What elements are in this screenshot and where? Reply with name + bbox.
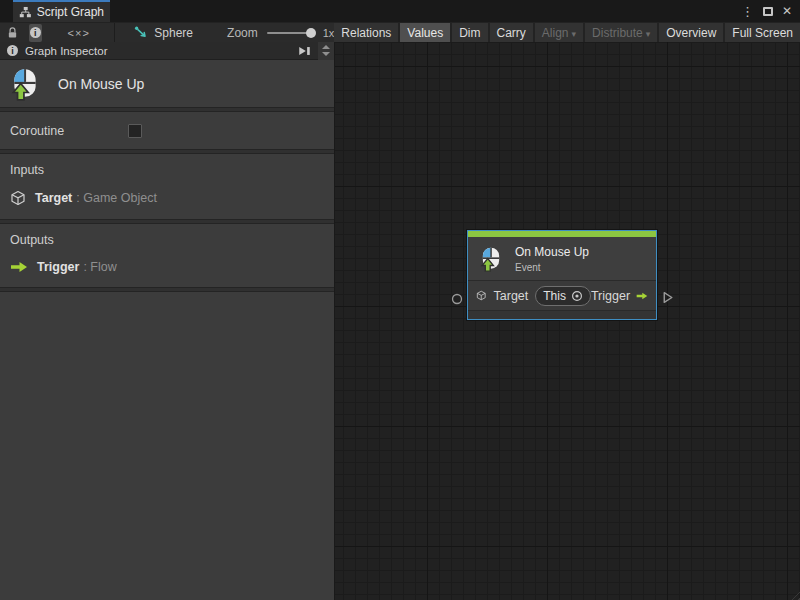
coroutine-row: Coroutine bbox=[0, 112, 334, 149]
info-icon: i bbox=[30, 27, 41, 38]
spinner-up-icon[interactable] bbox=[322, 45, 330, 49]
inspector-toggle-button[interactable]: i bbox=[29, 24, 42, 42]
view-buttons-group: Relations Values Dim Carry Align▾ Distri… bbox=[334, 23, 800, 43]
zoom-slider[interactable] bbox=[267, 32, 312, 34]
outputs-header: Outputs bbox=[10, 233, 334, 247]
node-header[interactable]: On Mouse Up Event bbox=[468, 237, 656, 281]
target-value-chip[interactable]: This bbox=[535, 286, 591, 306]
chevron-down-icon: ▾ bbox=[572, 29, 577, 39]
distribute-dropdown[interactable]: Distribute▾ bbox=[585, 23, 657, 43]
unit-title-block: On Mouse Up bbox=[0, 60, 334, 107]
zoom-slider-knob[interactable] bbox=[306, 28, 316, 38]
target-value-text: This bbox=[543, 289, 566, 303]
tab-script-graph[interactable]: Script Graph bbox=[13, 0, 110, 22]
graph-pointer-icon bbox=[134, 26, 148, 40]
breadcrumb-sphere[interactable]: Sphere bbox=[154, 26, 193, 40]
panel-spinner[interactable] bbox=[318, 42, 334, 60]
chevron-down-icon: ▾ bbox=[646, 29, 651, 39]
full-screen-button[interactable]: Full Screen bbox=[725, 23, 800, 43]
mouse-up-icon bbox=[478, 246, 504, 272]
graph-hierarchy-icon bbox=[19, 6, 32, 19]
inspector-empty-area bbox=[0, 292, 334, 600]
tab-bar: Script Graph ⋮ ✕ bbox=[0, 0, 800, 22]
mouse-up-icon bbox=[8, 67, 42, 101]
cube-icon bbox=[476, 288, 487, 303]
graph-inspector-header: i Graph Inspector bbox=[0, 42, 334, 60]
output-port-row: Trigger : Flow bbox=[10, 260, 334, 274]
relations-button[interactable]: Relations bbox=[334, 23, 398, 43]
info-icon: i bbox=[7, 45, 18, 56]
tab-label: Script Graph bbox=[37, 5, 104, 19]
coroutine-checkbox[interactable] bbox=[128, 124, 142, 138]
graph-inspector-title: Graph Inspector bbox=[25, 45, 291, 57]
overview-button[interactable]: Overview bbox=[659, 23, 723, 43]
align-dropdown[interactable]: Align▾ bbox=[535, 23, 583, 43]
distribute-label: Distribute bbox=[592, 26, 643, 40]
crosshair-icon bbox=[571, 290, 583, 302]
inputs-header: Inputs bbox=[10, 163, 334, 177]
node-body: Target This Trigger bbox=[468, 281, 656, 310]
spinner-down-icon[interactable] bbox=[322, 52, 330, 56]
inputs-section: Inputs Target : Game Object bbox=[0, 154, 334, 219]
node-output-flow-port[interactable] bbox=[661, 290, 674, 308]
node-title: On Mouse Up bbox=[515, 245, 589, 259]
graph-toolbar: i <×> Sphere Zoom 1x Relations Values Di… bbox=[0, 22, 800, 42]
input-port-type: : Game Object bbox=[76, 191, 157, 205]
graph-canvas[interactable]: On Mouse Up Event Target This Trigger bbox=[335, 42, 800, 600]
output-port-type: : Flow bbox=[83, 260, 116, 274]
zoom-label: Zoom bbox=[227, 26, 258, 40]
cube-icon bbox=[10, 190, 26, 206]
close-icon[interactable]: ✕ bbox=[782, 5, 792, 17]
lock-icon bbox=[6, 26, 19, 40]
lock-button[interactable] bbox=[6, 26, 19, 40]
outputs-section: Outputs Trigger : Flow bbox=[0, 224, 334, 287]
window-menu-icon[interactable]: ⋮ bbox=[741, 5, 754, 18]
node-input-flow-port[interactable] bbox=[451, 291, 463, 309]
values-button[interactable]: Values bbox=[400, 23, 450, 43]
align-label: Align bbox=[542, 26, 569, 40]
unit-title: On Mouse Up bbox=[58, 76, 144, 92]
flow-arrow-icon bbox=[636, 290, 648, 302]
dim-button[interactable]: Dim bbox=[452, 23, 487, 43]
flow-arrow-icon bbox=[10, 261, 28, 273]
carry-button[interactable]: Carry bbox=[490, 23, 533, 43]
toolbar-divider bbox=[114, 23, 115, 43]
script-graph-window: Script Graph ⋮ ✕ i <×> Sphere Zoom bbox=[0, 0, 800, 600]
zoom-value: 1x bbox=[323, 27, 335, 39]
node-target-label: Target bbox=[494, 289, 529, 303]
code-preview-icon[interactable]: <×> bbox=[68, 27, 90, 39]
resize-grip[interactable] bbox=[789, 589, 800, 600]
coroutine-label: Coroutine bbox=[10, 124, 64, 138]
node-subtitle: Event bbox=[515, 262, 589, 273]
node-footer bbox=[468, 310, 656, 319]
input-port-row: Target : Game Object bbox=[10, 190, 334, 206]
window-controls: ⋮ ✕ bbox=[741, 0, 800, 22]
dock-icon bbox=[297, 44, 312, 58]
node-trigger-label: Trigger bbox=[591, 289, 630, 303]
graph-inspector-panel: i Graph Inspector On Mouse Up bbox=[0, 42, 335, 600]
maximize-icon[interactable] bbox=[763, 7, 773, 16]
on-mouse-up-node[interactable]: On Mouse Up Event Target This Trigger bbox=[467, 230, 657, 320]
output-port-name: Trigger bbox=[37, 260, 79, 274]
dock-panel-button[interactable] bbox=[291, 44, 318, 58]
input-port-name: Target bbox=[35, 191, 72, 205]
